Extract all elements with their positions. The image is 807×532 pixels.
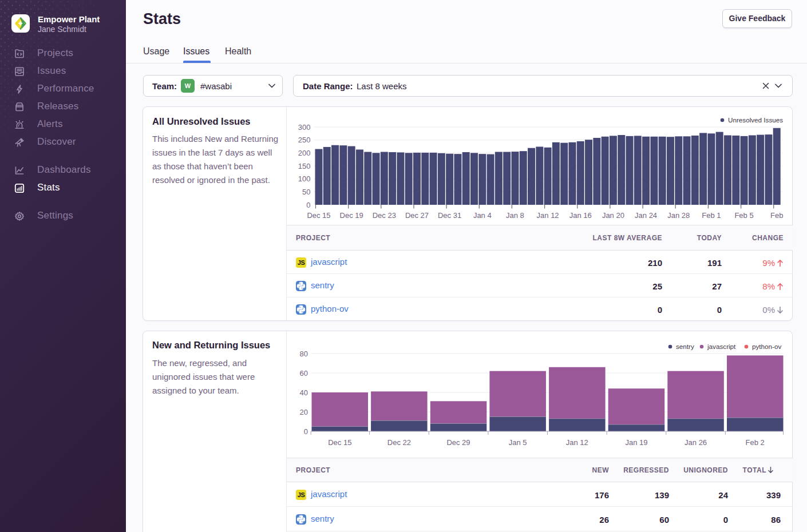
svg-text:Dec 29: Dec 29: [446, 438, 470, 447]
svg-text:20: 20: [300, 408, 308, 416]
svg-text:150: 150: [298, 162, 311, 170]
svg-text:Jan 19: Jan 19: [625, 438, 647, 447]
svg-text:Dec 22: Dec 22: [387, 438, 411, 447]
svg-text:Unresolved Issues: Unresolved Issues: [728, 116, 783, 124]
svg-text:Dec 15: Dec 15: [328, 438, 351, 447]
svg-text:Feb: Feb: [770, 211, 783, 220]
svg-text:Dec 15: Dec 15: [307, 211, 330, 220]
svg-text:80: 80: [300, 350, 308, 358]
svg-text:Jan 5: Jan 5: [509, 438, 527, 447]
svg-text:Jan 4: Jan 4: [473, 211, 492, 220]
svg-text:Jan 12: Jan 12: [566, 438, 588, 447]
svg-text:250: 250: [298, 136, 311, 144]
svg-text:0: 0: [304, 427, 308, 436]
svg-text:40: 40: [300, 388, 308, 397]
svg-text:Dec 23: Dec 23: [373, 211, 396, 220]
svg-text:Dec 19: Dec 19: [340, 211, 363, 220]
svg-text:60: 60: [300, 369, 308, 378]
svg-text:python-ov: python-ov: [752, 343, 781, 350]
svg-text:Dec 27: Dec 27: [405, 211, 429, 220]
svg-text:50: 50: [302, 188, 310, 196]
svg-text:Jan 28: Jan 28: [667, 211, 690, 220]
svg-text:Jan 26: Jan 26: [685, 438, 707, 447]
svg-text:Dec 31: Dec 31: [438, 211, 461, 220]
svg-text:Feb 1: Feb 1: [702, 211, 721, 220]
svg-text:Feb 2: Feb 2: [746, 438, 765, 447]
svg-text:0: 0: [306, 201, 310, 209]
svg-text:Jan 24: Jan 24: [635, 211, 657, 220]
svg-text:300: 300: [298, 123, 311, 132]
svg-text:200: 200: [298, 149, 311, 157]
svg-text:Jan 12: Jan 12: [537, 211, 559, 220]
svg-text:100: 100: [298, 174, 311, 183]
svg-text:javascript: javascript: [707, 343, 736, 350]
svg-text:Feb 5: Feb 5: [734, 211, 753, 220]
svg-text:Jan 8: Jan 8: [506, 211, 524, 220]
svg-text:Jan 20: Jan 20: [602, 211, 624, 220]
svg-text:Jan 16: Jan 16: [569, 211, 592, 220]
svg-text:sentry: sentry: [676, 343, 694, 350]
